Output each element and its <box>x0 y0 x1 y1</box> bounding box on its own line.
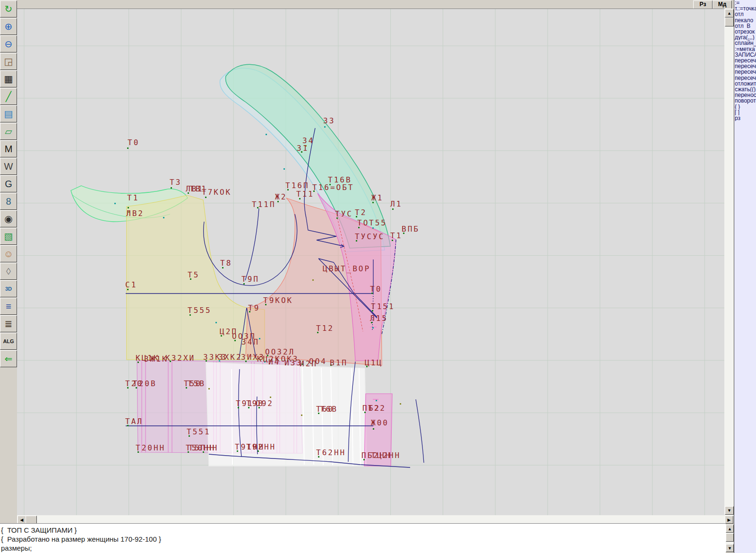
pattern-m-button[interactable]: M <box>0 140 17 157</box>
sidebar-command-item[interactable]: т.:=точка <box>734 6 756 11</box>
point-label: ТАЛ <box>125 418 143 425</box>
grid-button[interactable]: ▦ <box>0 70 17 87</box>
pattern-point <box>127 147 129 149</box>
point-label: Т92НН <box>246 443 276 451</box>
reload-button[interactable]: ↻ <box>0 0 17 17</box>
sidebar-command-item[interactable]: [ ] <box>734 110 756 115</box>
pattern-point <box>301 415 302 416</box>
rz-mode-button[interactable]: Рз <box>693 0 713 9</box>
pattern-point <box>392 208 394 210</box>
point-label: Т9П <box>241 276 259 283</box>
point-label: Т16П <box>285 182 309 190</box>
pattern-canvas[interactable]: Т0З3З4З1Т3ЛВ1ТВ1Т7КОКТ16ПТ16ВТ16=ОБТТ11Ж… <box>17 9 724 516</box>
table-button[interactable]: ▧ <box>0 228 17 245</box>
point-label: Т11П <box>252 201 276 208</box>
sidebar-command-item[interactable]: поворот <box>734 98 756 104</box>
canvas-vscrollbar[interactable]: ▲ ▼ <box>724 9 734 515</box>
exit-icon: ⇐ <box>5 354 13 363</box>
table-icon: ▧ <box>4 232 13 241</box>
sidebar-command-item[interactable]: рз_ <box>734 115 756 121</box>
panel-scroll-up-icon[interactable]: ▲ <box>726 525 734 533</box>
sidebar-command-item[interactable]: отл <box>734 11 756 17</box>
scroll-down-icon[interactable]: ▼ <box>725 506 734 515</box>
sidebar-command-item[interactable]: пересеч <box>734 75 756 81</box>
hscroll-thumb[interactable] <box>26 516 37 524</box>
point-label: ЗХК2 <box>218 354 242 361</box>
notes-button[interactable]: ≡ <box>0 298 17 315</box>
point-label: Т16=ОБТ <box>312 184 354 191</box>
point-label: Т2 <box>355 209 367 216</box>
zoom-out-button[interactable]: ⊖ <box>0 35 17 52</box>
sidebar-command-item[interactable]: :=метка <box>734 46 756 52</box>
point-label: Т6В <box>320 406 338 413</box>
sidebar-command-item[interactable]: := <box>734 0 756 6</box>
sidebar-command-item[interactable]: пересеч <box>734 69 756 75</box>
leko-cad-window: ↻⊕⊖◲▦╱▤▱MWG8◉▧☺◊3D≡≣ALG⇐ Рз Мд <box>0 0 756 553</box>
zoom-page-button[interactable]: ◲ <box>0 53 17 70</box>
point-label: Т3 <box>170 179 181 186</box>
code-line: { ТОП С ЗАЩИПАМИ } <box>0 526 726 535</box>
camera-button[interactable]: ◉ <box>0 210 17 227</box>
sidebar-command-item[interactable]: ЗАПИСА <box>734 52 756 58</box>
point-label: Ц1Ц <box>365 359 383 367</box>
pattern-point <box>284 168 285 170</box>
portrait-button[interactable]: ☺ <box>0 245 17 262</box>
vscroll-thumb[interactable] <box>725 17 734 26</box>
panel-scroll-thumb[interactable] <box>726 533 734 542</box>
scroll-right-icon[interactable]: ▶ <box>725 516 733 524</box>
3d-button[interactable]: 3D <box>0 280 17 297</box>
sidebar-command-item[interactable]: пекало <box>734 17 756 23</box>
point-label: Т5ПНН <box>189 444 218 452</box>
pattern-point <box>373 428 374 430</box>
scroll-left-icon[interactable]: ◀ <box>17 516 26 524</box>
sidebar-command-item[interactable]: дуга(,,,) <box>734 35 756 40</box>
camera-icon: ◉ <box>4 214 12 224</box>
panel-scroll-down-icon[interactable]: ▼ <box>726 544 734 552</box>
point-label: Т5 <box>188 271 199 279</box>
pattern-point <box>270 397 271 398</box>
sidebar-command-item[interactable]: отложит <box>734 81 756 86</box>
portrait-icon: ☺ <box>4 249 13 259</box>
point-label: ВПБ <box>402 225 420 233</box>
point-label: Т151 <box>371 303 395 311</box>
program-text-panel[interactable]: { ТОП С ЗАЩИПАМИ }{ Разработано на разме… <box>0 523 726 553</box>
zoom-in-button[interactable]: ⊕ <box>0 18 17 35</box>
pattern-point <box>266 134 267 135</box>
books-button[interactable]: ≣ <box>0 315 17 332</box>
toolbar: ↻⊕⊖◲▦╱▤▱MWG8◉▧☺◊3D≡≣ALG⇐ <box>0 0 17 523</box>
ruler-button[interactable]: 8 <box>0 193 17 210</box>
sidebar-command-item[interactable]: отрезок <box>734 29 756 35</box>
pattern-sheet-button[interactable]: ▱ <box>0 123 17 140</box>
point-label: Т555 <box>188 307 212 314</box>
canvas-hscrollbar[interactable]: ◀ ▶ <box>17 515 734 523</box>
pattern-point <box>372 327 374 328</box>
line-tool-button[interactable]: ╱ <box>0 88 17 105</box>
point-label: ТУС <box>335 210 353 218</box>
alg-button[interactable]: ALG <box>0 333 17 350</box>
md-mode-button[interactable]: Мд <box>713 0 732 9</box>
point-label: Т20В <box>133 380 157 388</box>
curves-g-button[interactable]: G <box>0 175 17 192</box>
sidebar-command-item[interactable]: перенос <box>734 92 756 98</box>
point-label: З3 <box>323 117 335 125</box>
sidebar-command-item[interactable]: сжать(() <box>734 86 756 92</box>
point-label: Т9 <box>248 304 260 312</box>
top-bar: Рз Мд <box>17 0 734 9</box>
drafting-w-button[interactable]: W <box>0 158 17 175</box>
alg-icon: ALG <box>3 339 14 344</box>
point-label: ТЦ2НН <box>371 452 401 459</box>
scroll-up-icon[interactable]: ▲ <box>725 9 734 17</box>
sidebar-command-item[interactable]: отл_В <box>734 23 756 29</box>
panel-vscrollbar[interactable]: ▲ ▼ <box>726 525 734 552</box>
image-button[interactable]: ▤ <box>0 105 17 122</box>
sidebar-command-item[interactable]: { } <box>734 104 756 110</box>
sidebar-command-item[interactable]: пересеч <box>734 63 756 69</box>
notes-icon: ≡ <box>6 302 11 311</box>
garment-button[interactable]: ◊ <box>0 263 17 280</box>
sidebar-command-item[interactable]: сплайн_ <box>734 40 756 46</box>
pattern-point <box>171 187 172 189</box>
point-label: Т0 <box>370 285 382 293</box>
sidebar-command-item[interactable]: пересеч <box>734 58 756 63</box>
exit-button[interactable]: ⇐ <box>0 350 17 367</box>
pattern-point <box>128 207 129 208</box>
